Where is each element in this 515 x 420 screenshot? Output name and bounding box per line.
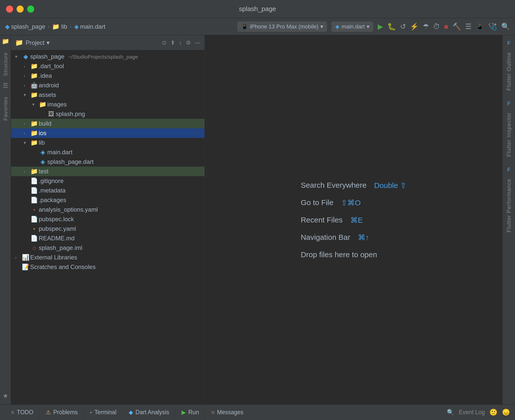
flutter-inspector-tab[interactable]: Flutter Inspector — [504, 107, 514, 162]
tree-label-scratches: Scratches and Consoles — [30, 263, 204, 271]
tree-item-lib[interactable]: ▾ 📁 lib — [11, 138, 204, 147]
breadcrumb-project[interactable]: ◆ splash_page — [5, 23, 45, 30]
tree-item-ios[interactable]: › 📁 ios — [11, 128, 204, 138]
locate-icon[interactable]: ⊙ — [162, 40, 166, 46]
traffic-lights — [6, 6, 34, 13]
device-selector[interactable]: 📱 iPhone 13 Pro Max (mobile) ▾ — [237, 22, 327, 32]
tree-item-android[interactable]: › 🤖 android — [11, 81, 204, 90]
lib-label: lib — [61, 23, 67, 30]
bookmark-icon[interactable]: ☰ — [3, 82, 8, 89]
tree-item-main-dart[interactable]: ◈ main.dart — [11, 147, 204, 157]
flutter-outline-tab[interactable]: Flutter Outline — [504, 47, 514, 96]
minimize-button[interactable] — [17, 6, 24, 13]
messages-icon: ≡ — [211, 409, 214, 416]
flutter-inspector-icon: F — [507, 101, 510, 106]
dart-analysis-tab[interactable]: ◆ Dart Analysis — [123, 405, 176, 420]
file-chevron-icon: ▾ — [367, 23, 369, 30]
problems-icon: ⚠ — [46, 409, 51, 416]
search-button[interactable]: 🔍 — [501, 22, 510, 31]
readme-icon: 📄 — [30, 235, 39, 242]
tree-item-scratches[interactable]: 📝 Scratches and Consoles — [11, 262, 204, 272]
close-button[interactable] — [6, 6, 13, 13]
sad-icon[interactable]: 😞 — [502, 408, 510, 416]
metadata-icon: 📄 — [30, 187, 39, 194]
dart-analysis-icon: ◆ — [129, 409, 133, 416]
tree-label-splash-png: splash.png — [56, 110, 204, 118]
tree-item-splash-dart[interactable]: ◈ splash_page.dart — [11, 157, 204, 167]
tree-item-test[interactable]: › 📁 test — [11, 167, 204, 176]
tree-arrow-android: › — [24, 83, 30, 88]
favorites-tab[interactable]: Favorites — [1, 93, 10, 124]
lightning-button[interactable]: ⚡ — [410, 22, 419, 31]
tree-arrow-idea: › — [24, 73, 30, 79]
tree-label-pubspec-lock: pubspec.lock — [39, 216, 204, 223]
search-everywhere-shortcut: Double ⇧ — [374, 181, 406, 190]
tree-item-packages[interactable]: 📄 .packages — [11, 195, 204, 205]
terminal-icon: ▪ — [90, 409, 92, 416]
tree-item-splash-iml[interactable]: ◇ splash_page.iml — [11, 243, 204, 253]
problems-tab[interactable]: ⚠ Problems — [40, 405, 84, 420]
debug-button[interactable]: 🐛 — [387, 22, 396, 31]
tree-item-splash-page-root[interactable]: ▾ ◆ splash_page ~/StudioProjects/splash_… — [11, 52, 204, 61]
tree-label-android: android — [39, 82, 204, 89]
tree-item-splash-png[interactable]: 🖼 splash.png — [11, 109, 204, 119]
flutter-performance-tab[interactable]: Flutter Performance — [504, 174, 514, 237]
stop-button[interactable]: ■ — [444, 23, 448, 31]
expand-icon[interactable]: ↕ — [179, 40, 182, 46]
breadcrumb-sep-2: › — [70, 23, 71, 30]
todo-tab[interactable]: ≡ TODO — [5, 405, 40, 420]
messages-tab[interactable]: ≡ Messages — [205, 405, 250, 420]
coverage-button[interactable]: ☂ — [423, 22, 429, 31]
refresh-button[interactable]: ↺ — [400, 22, 406, 31]
collapse-icon[interactable]: ⬆ — [170, 40, 175, 46]
profile-button[interactable]: ⏱ — [433, 22, 440, 31]
tree-item-build[interactable]: › 📁 build — [11, 119, 204, 128]
tree-item-external-libs[interactable]: › 📊 External Libraries — [11, 253, 204, 262]
star-icon[interactable]: ★ — [3, 392, 8, 399]
tree-item-analysis-options[interactable]: ▪ analysis_options.yaml — [11, 205, 204, 214]
tree-item-metadata[interactable]: 📄 .metadata — [11, 186, 204, 195]
smiley-icon[interactable]: 🙂 — [489, 408, 497, 416]
sidebar-dropdown-icon[interactable]: ▾ — [47, 39, 50, 46]
build-button[interactable]: 🔨 — [452, 22, 461, 31]
terminal-tab[interactable]: ▪ Terminal — [84, 405, 123, 420]
project-panel-icon[interactable]: 📁 — [2, 38, 9, 45]
maximize-button[interactable] — [27, 6, 34, 13]
sdk-manager-button[interactable]: ☰ — [465, 22, 471, 31]
flutter-doctor-button[interactable]: 🩺 — [488, 22, 497, 31]
tree-label-metadata: .metadata — [39, 187, 204, 194]
tree-item-gitignore[interactable]: 📄 .gitignore — [11, 176, 204, 186]
tree-item-idea[interactable]: › 📁 .idea — [11, 71, 204, 81]
tree-label-splash-dart: splash_page.dart — [47, 158, 204, 165]
tree-item-dart-tool[interactable]: › 📁 .dart_tool — [11, 61, 204, 71]
splash-dart-icon: ◈ — [38, 158, 47, 165]
test-folder-icon: 📁 — [30, 168, 39, 175]
run-button[interactable]: ▶ — [378, 22, 383, 31]
structure-tab[interactable]: Structure — [1, 49, 10, 80]
tree-item-images[interactable]: ▾ 📁 images — [11, 100, 204, 109]
breadcrumb-file[interactable]: ◈ main.dart — [74, 23, 105, 30]
tree-label-build: build — [39, 120, 204, 127]
pubspec-yaml-icon: ▪ — [30, 226, 39, 232]
run-tab[interactable]: ▶ Run — [176, 405, 205, 420]
left-vertical-strip: 📁 Structure ☰ Favorites ★ — [0, 35, 11, 404]
settings-icon[interactable]: ⚙ — [186, 40, 191, 46]
file-selector[interactable]: ◈ main.dart ▾ — [331, 22, 373, 32]
tree-label-readme: README.md — [39, 235, 204, 242]
tree-item-pubspec-yaml[interactable]: ▪ pubspec.yaml — [11, 224, 204, 234]
navigation-bar-label: Navigation Bar — [301, 233, 350, 242]
packages-icon: 📄 — [30, 197, 39, 204]
toolbar-right: 📱 iPhone 13 Pro Max (mobile) ▾ ◈ main.da… — [237, 22, 510, 32]
tree-item-assets[interactable]: ▾ 📁 assets — [11, 90, 204, 100]
avd-button[interactable]: 📱 — [476, 22, 484, 31]
tree-label-lib: lib — [39, 139, 204, 146]
breadcrumb-lib[interactable]: 📁 lib — [52, 23, 67, 30]
build-folder-icon: 📁 — [30, 120, 39, 127]
tree-item-pubspec-lock[interactable]: 📄 pubspec.lock — [11, 214, 204, 224]
tree-item-readme[interactable]: 📄 README.md — [11, 234, 204, 243]
search-icon[interactable]: 🔍 — [447, 409, 454, 416]
close-sidebar-icon[interactable]: — — [195, 40, 200, 46]
event-log-label[interactable]: Event Log — [459, 409, 485, 416]
ios-icon: 📁 — [30, 130, 39, 137]
goto-file-label: Go to File — [301, 198, 333, 207]
